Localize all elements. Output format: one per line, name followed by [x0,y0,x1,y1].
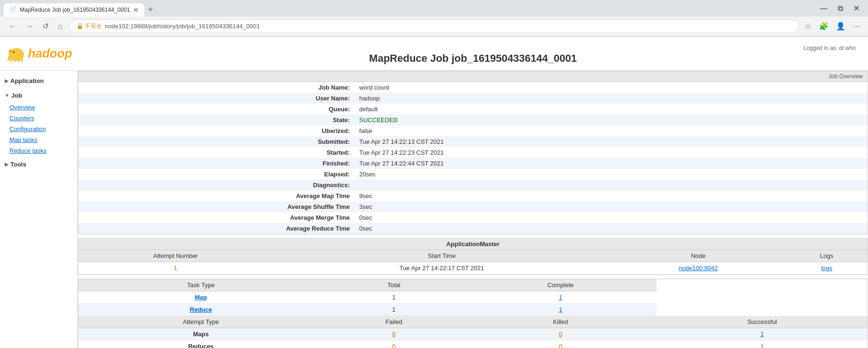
table-row: Diagnostics: [78,180,868,191]
tab-title: MapReduce Job job_1619504336144_0001 [20,7,130,13]
job-arrow: ▼ [5,93,9,98]
avg-map-time-label: Average Map Time [78,191,355,201]
browser-tab[interactable]: 📄 MapReduce Job job_1619504336144_0001 ✕ [4,3,144,17]
table-row: User Name: hadoop [78,93,868,104]
start-time-header: Start Time [273,250,610,262]
refresh-button[interactable]: ↺ [40,20,51,33]
svg-point-7 [13,51,14,53]
table-row: Reduce 1 1 [78,304,868,316]
security-warning: 🔒 不安全 [76,22,102,30]
application-label: Application [10,77,44,84]
sidebar-item-counters[interactable]: Counters [0,113,77,124]
table-row: Map 1 1 [78,291,868,304]
main-content: Job Overview Job Name: word count User N… [78,71,868,348]
attempt-number-value: 1 [78,262,273,274]
svg-rect-5 [18,58,20,62]
close-button[interactable]: ✕ [849,3,864,14]
map-total-value: 1 [324,291,465,304]
tab-close-button[interactable]: ✕ [133,6,139,14]
maps-attempt-label: Maps [78,328,324,340]
node-link[interactable]: node100:8042 [611,262,786,274]
svg-rect-6 [21,57,23,62]
new-tab-button[interactable]: + [144,3,157,17]
job-section-header[interactable]: ▼ Job [0,89,77,102]
maximize-button[interactable]: ⧉ [833,3,848,14]
killed-header: Killed [464,316,657,328]
extension-icon[interactable]: 🧩 [817,20,830,33]
page-title: MapReduce Job job_1619504336144_0001 [83,52,863,65]
reduce-complete-value[interactable]: 1 [464,304,657,316]
reduces-killed-value[interactable]: 0 [464,340,657,348]
avg-shuffle-time-value: 3sec [355,201,868,212]
table-row: Average Map Time 9sec [78,191,868,201]
avg-merge-time-label: Average Merge Time [78,212,355,223]
successful-header: Successful [657,316,868,328]
maps-failed-value[interactable]: 0 [324,328,465,340]
table-header-row: Attempt Type Failed Killed Successful [78,316,868,328]
map-type-link[interactable]: Map [78,291,324,304]
application-arrow: ▶ [5,78,8,83]
table-row: Uberized: false [78,125,868,136]
node-header: Node [611,250,786,262]
home-button[interactable]: ⌂ [55,20,66,33]
svg-rect-4 [14,58,16,62]
avg-reduce-time-label: Average Reduce Time [78,223,355,234]
svg-point-2 [9,50,12,52]
application-master-table: Attempt Number Start Time Node Logs 1 Tu… [78,250,868,274]
state-label: State: [78,115,355,125]
uberized-value: false [355,125,868,136]
sidebar-item-overview[interactable]: Overview [0,102,77,113]
table-row: Job Name: word count [78,82,868,93]
reduces-successful-value[interactable]: 1 [657,340,868,348]
state-value: SUCCEEDED [355,115,868,125]
table-row: Submitted: Tue Apr 27 14:22:13 CST 2021 [78,136,868,147]
hadoop-text-logo: hadoop [28,46,72,61]
application-master-title: ApplicationMaster [78,239,868,250]
elapsed-value: 20sec [355,169,868,180]
sidebar-item-reduce-tasks[interactable]: Reduce tasks [0,145,77,156]
sidebar-item-map-tasks[interactable]: Map tasks [0,134,77,145]
start-time-value: Tue Apr 27 14:22:17 CST 2021 [273,262,610,274]
tools-section-header[interactable]: ▶ Tools [0,158,77,171]
maps-successful-value[interactable]: 1 [657,328,868,340]
application-section: ▶ Application [0,75,77,87]
logs-link[interactable]: logs [786,262,868,274]
user-name-value: hadoop [355,93,868,104]
job-overview-header: Job Overview [78,71,868,82]
reduces-attempt-label: Reduces [78,340,324,348]
reduces-failed-value[interactable]: 0 [324,340,465,348]
bookmark-icon[interactable]: ☆ [803,20,813,33]
minimize-button[interactable]: — [815,3,832,14]
task-type-table: Task Type Total Complete Map 1 1 Reduce … [78,279,868,348]
sidebar-item-configuration[interactable]: Configuration [0,124,77,134]
table-row: Average Shuffle Time 3sec [78,201,868,212]
table-row: Elapsed: 20sec [78,169,868,180]
started-label: Started: [78,147,355,158]
profile-icon[interactable]: 👤 [834,20,847,33]
address-bar-input[interactable]: 🔒 不安全 node102:19888/jobhistory/job/job_1… [69,19,799,33]
menu-icon[interactable]: ⋯ [851,20,862,33]
tools-arrow: ▶ [5,162,8,167]
application-section-header[interactable]: ▶ Application [0,75,77,87]
forward-button[interactable]: → [23,20,36,33]
reduce-type-link[interactable]: Reduce [78,304,324,316]
submitted-value: Tue Apr 27 14:22:13 CST 2021 [355,136,868,147]
back-button[interactable]: ← [6,20,19,33]
task-type-header: Task Type [78,279,324,291]
job-info-table: Job Name: word count User Name: hadoop Q… [78,82,868,234]
maps-killed-value[interactable]: 0 [464,328,657,340]
avg-merge-time-value: 0sec [355,212,868,223]
submitted-label: Submitted: [78,136,355,147]
attempt-type-header: Attempt Type [78,316,324,328]
job-name-value: word count [355,82,868,93]
logs-header: Logs [786,250,868,262]
table-row: Maps 0 0 1 [78,328,868,340]
map-complete-value[interactable]: 1 [464,291,657,304]
task-summary-section: Task Type Total Complete Map 1 1 Reduce … [78,279,868,348]
avg-reduce-time-value: 0sec [355,223,868,234]
address-url: node102:19888/jobhistory/job/job_1619504… [105,23,260,30]
diagnostics-value [355,180,868,191]
job-name-label: Job Name: [78,82,355,93]
started-value: Tue Apr 27 14:22:23 CST 2021 [355,147,868,158]
table-row: 1 Tue Apr 27 14:22:17 CST 2021 node100:8… [78,262,868,274]
